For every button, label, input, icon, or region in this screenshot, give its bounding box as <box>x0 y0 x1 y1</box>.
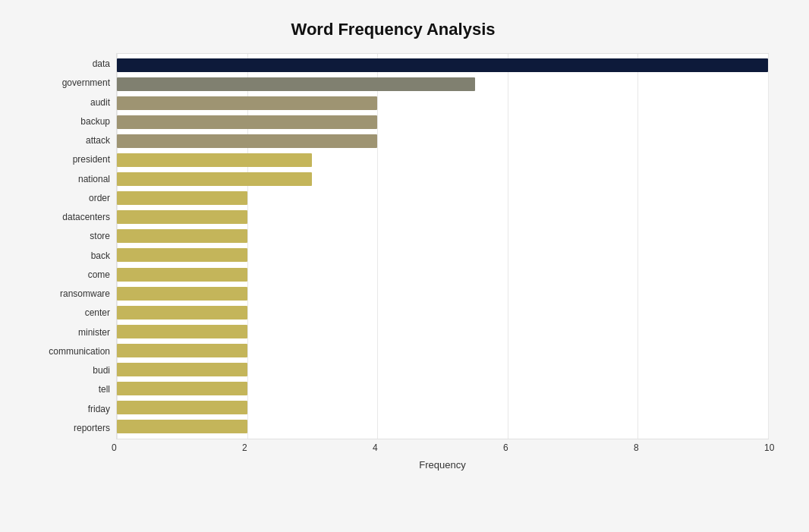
y-label: center <box>85 304 110 322</box>
bar <box>117 58 768 72</box>
bar-row <box>117 418 768 435</box>
bar <box>117 287 247 301</box>
x-tick: 8 <box>634 442 639 453</box>
x-tick: 2 <box>242 442 247 453</box>
x-tick: 4 <box>373 442 378 453</box>
bar <box>117 344 247 357</box>
y-label: tell <box>99 380 110 398</box>
bar-row <box>117 342 768 359</box>
y-labels: datagovernmentauditbackupattackpresident… <box>17 53 116 439</box>
bar-row <box>117 228 768 244</box>
bar <box>117 115 377 129</box>
y-label: come <box>88 266 110 284</box>
bars-section: datagovernmentauditbackupattackpresident… <box>17 53 769 439</box>
y-label: government <box>62 74 110 92</box>
bar-row <box>117 114 768 131</box>
y-label: datacenters <box>62 208 110 226</box>
y-label: ransomware <box>60 285 110 303</box>
x-tick: 6 <box>503 442 508 453</box>
y-label: reporters <box>74 419 110 437</box>
y-label: communication <box>49 342 110 360</box>
bar-row <box>117 171 768 187</box>
bar-row <box>117 57 768 74</box>
bar <box>117 153 312 167</box>
bar-row <box>117 247 768 263</box>
y-label: national <box>78 170 110 188</box>
y-label: friday <box>88 400 110 418</box>
bar <box>117 382 247 395</box>
y-label: audit <box>90 93 110 112</box>
bar-row <box>117 209 768 225</box>
bar <box>117 96 377 110</box>
y-label: budi <box>93 361 110 379</box>
y-label: attack <box>86 131 110 150</box>
bar <box>117 268 247 282</box>
x-axis-label: Frequency <box>116 459 769 471</box>
bar <box>117 325 247 338</box>
bar-row <box>117 95 768 112</box>
bar-row <box>117 380 768 397</box>
bar <box>117 248 247 262</box>
bar-row <box>117 399 768 416</box>
y-label: data <box>93 55 110 73</box>
bar-row <box>117 323 768 340</box>
bar-row <box>117 76 768 93</box>
bar <box>117 77 475 91</box>
bars-wrapper <box>117 54 768 439</box>
bar-row <box>117 285 768 302</box>
bar-row <box>117 152 768 168</box>
bar <box>117 229 247 243</box>
x-axis: 0246810 <box>116 442 769 458</box>
x-tick: 0 <box>112 442 117 453</box>
bar <box>117 191 247 205</box>
bar-row <box>117 133 768 150</box>
y-label: store <box>90 227 110 245</box>
bar <box>117 172 312 186</box>
bar-row <box>117 304 768 321</box>
grid-line <box>768 54 769 439</box>
bar-row <box>117 266 768 283</box>
bar <box>117 401 247 414</box>
bar-row <box>117 190 768 206</box>
y-label: minister <box>78 323 110 342</box>
bar-row <box>117 361 768 378</box>
y-label: president <box>73 150 110 168</box>
y-label: backup <box>80 112 110 131</box>
chart-container: Word Frequency Analysis datagovernmentau… <box>10 5 799 528</box>
x-tick: 10 <box>764 442 774 453</box>
chart-title: Word Frequency Analysis <box>17 20 769 39</box>
bar <box>117 363 247 376</box>
chart-area: datagovernmentauditbackupattackpresident… <box>17 53 769 471</box>
bar <box>117 420 247 433</box>
bar <box>117 134 377 148</box>
bar <box>117 210 247 224</box>
y-label: order <box>89 189 110 207</box>
y-label: back <box>91 247 110 265</box>
bars-and-grid <box>116 53 769 439</box>
bar <box>117 306 247 320</box>
